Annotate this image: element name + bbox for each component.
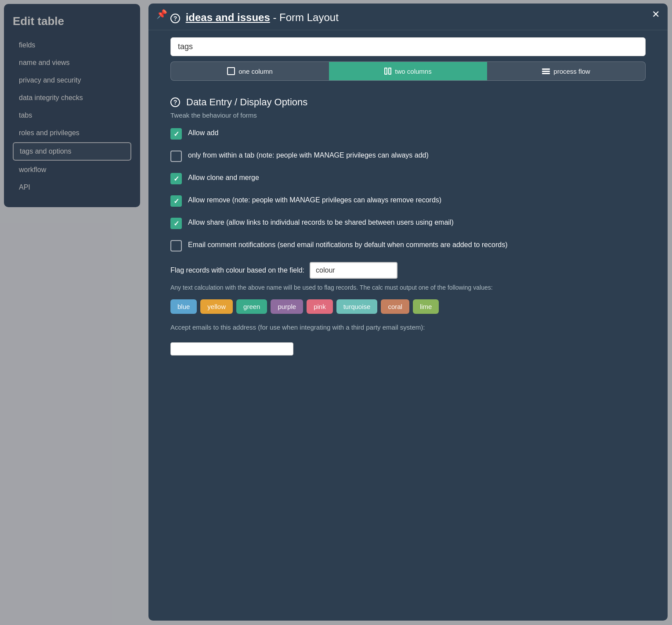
checkbox-allow-add: Allow add — [170, 128, 646, 140]
section-title-text: Data Entry / Display Options — [186, 97, 307, 108]
flag-records-section: Flag records with colour based on the fi… — [170, 262, 646, 292]
allow-add-checkbox[interactable] — [170, 128, 182, 140]
one-column-icon — [227, 67, 235, 75]
search-input[interactable] — [170, 37, 646, 56]
color-lime[interactable]: lime — [413, 299, 439, 314]
flag-label: Flag records with colour based on the fi… — [170, 266, 304, 274]
layout-process-flow[interactable]: process flow — [487, 62, 645, 80]
process-flow-label: process flow — [553, 68, 590, 75]
form-layout-modal: 📌 ✕ ? ideas and issues - Form Layout one… — [148, 4, 668, 621]
email-comments-checkbox[interactable] — [170, 240, 182, 251]
color-swatches-container: blue yellow green purple pink turquoise … — [170, 299, 646, 314]
section-help-icon[interactable]: ? — [170, 97, 180, 107]
close-button[interactable]: ✕ — [652, 10, 660, 19]
layout-two-columns[interactable]: two columns — [329, 62, 487, 80]
help-icon[interactable]: ? — [170, 14, 180, 23]
checkbox-allow-clone: Allow clone and merge — [170, 172, 646, 184]
checkbox-only-from-tab: only from within a tab (note: people wit… — [170, 150, 646, 162]
color-turquoise[interactable]: turquoise — [336, 299, 378, 314]
allow-remove-label: Allow remove (note: people with MANAGE p… — [188, 195, 441, 205]
allow-clone-label: Allow clone and merge — [188, 172, 259, 183]
email-comments-label: Email comment notifications (send email … — [188, 240, 507, 250]
color-blue[interactable]: blue — [170, 299, 197, 314]
section-subtitle: Tweak the behaviour of forms — [170, 111, 646, 119]
checkbox-allow-share: Allow share (allow links to individual r… — [170, 217, 646, 229]
modal-body: ? Data Entry / Display Options Tweak the… — [148, 88, 668, 621]
only-from-tab-label: only from within a tab (note: people wit… — [188, 150, 429, 161]
section-title: ? Data Entry / Display Options — [170, 97, 646, 108]
email-label: Accept emails to this address (for use w… — [170, 323, 425, 331]
allow-clone-checkbox[interactable] — [170, 173, 182, 184]
color-coral[interactable]: coral — [381, 299, 409, 314]
allow-share-checkbox[interactable] — [170, 218, 182, 229]
allow-share-label: Allow share (allow links to individual r… — [188, 217, 454, 228]
modal-title: ? ideas and issues - Form Layout — [170, 11, 646, 24]
modal-header: ? ideas and issues - Form Layout — [148, 4, 668, 30]
color-pink[interactable]: pink — [307, 299, 333, 314]
color-purple[interactable]: purple — [271, 299, 303, 314]
flag-description: Any text calculation with the above name… — [170, 283, 646, 292]
allow-add-label: Allow add — [188, 128, 218, 138]
table-name: ideas and issues — [186, 11, 270, 23]
pin-icon: 📌 — [156, 9, 167, 19]
layout-selector: one column two columns process flow — [170, 61, 646, 81]
modal-subtitle: - Form Layout — [273, 11, 338, 23]
only-from-tab-checkbox[interactable] — [170, 151, 182, 162]
layout-one-column[interactable]: one column — [171, 62, 329, 80]
process-flow-icon — [542, 68, 550, 74]
flag-row: Flag records with colour based on the fi… — [170, 262, 646, 279]
two-columns-label: two columns — [395, 68, 431, 75]
email-address-input[interactable] — [170, 342, 293, 356]
color-yellow[interactable]: yellow — [200, 299, 233, 314]
checkbox-email-comments: Email comment notifications (send email … — [170, 240, 646, 251]
one-column-label: one column — [238, 68, 273, 75]
color-green[interactable]: green — [236, 299, 267, 314]
two-columns-icon — [384, 68, 391, 75]
flag-input[interactable] — [310, 262, 397, 279]
allow-remove-checkbox[interactable] — [170, 195, 182, 207]
checkbox-allow-remove: Allow remove (note: people with MANAGE p… — [170, 195, 646, 207]
search-bar-container — [170, 37, 646, 56]
email-section: Accept emails to this address (for use w… — [170, 323, 646, 356]
